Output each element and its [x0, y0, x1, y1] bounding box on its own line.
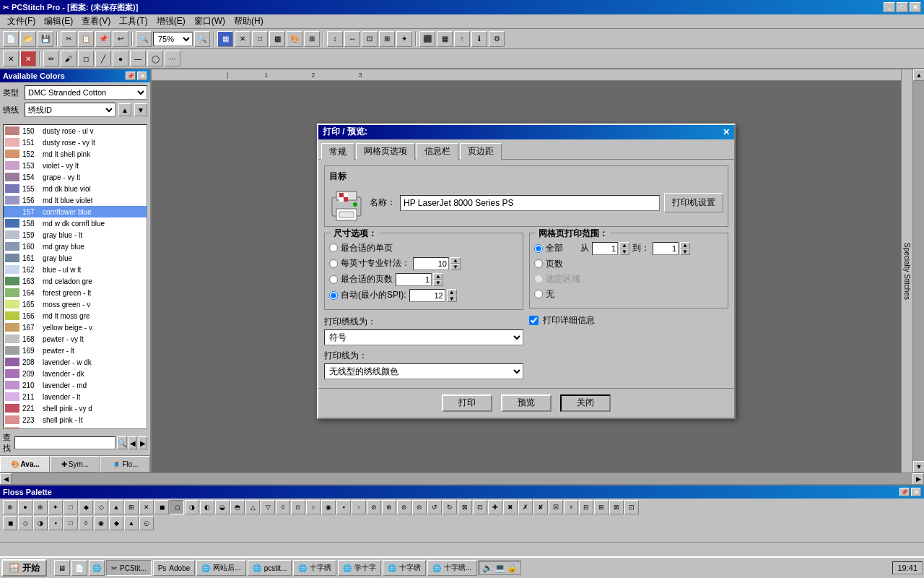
floss-symbol-button[interactable]: □	[64, 516, 78, 530]
open-button[interactable]: 📂	[20, 31, 36, 47]
floss-symbol-button[interactable]: ✗	[518, 500, 533, 514]
taskbar-app-cross2[interactable]: 🌐 十字绣	[383, 560, 426, 576]
panel-close-button[interactable]: ✕	[137, 72, 147, 80]
radio-per-inch-input[interactable]	[329, 259, 338, 268]
order-select[interactable]: 绣线ID	[25, 103, 116, 117]
taskbar-app-pcstitch[interactable]: ✂ PCStit...	[106, 560, 152, 576]
floss-symbol-button[interactable]: ✦	[48, 500, 63, 514]
undo-button[interactable]: ↩	[113, 31, 128, 47]
auto-spi-up[interactable]: ▲	[447, 289, 457, 296]
taskbar-icon-1[interactable]: 🖥	[54, 560, 70, 576]
to-value[interactable]	[653, 242, 679, 255]
to-down[interactable]: ▼	[680, 249, 690, 255]
print-button[interactable]: 打印	[442, 394, 492, 412]
floss-symbol-button[interactable]: ⊙	[291, 500, 305, 514]
fit-pages-up[interactable]: ▲	[433, 273, 443, 280]
floss-symbol-button[interactable]: ⊠	[609, 500, 624, 514]
tool-close[interactable]: ✕	[20, 51, 36, 66]
color-row[interactable]: 161 gray blue	[4, 252, 147, 264]
floss-symbol-button[interactable]: ◒	[215, 500, 230, 514]
color-row[interactable]: 221 shell pink - vy d	[4, 402, 147, 414]
floss-close-button[interactable]: ✕	[911, 488, 921, 496]
floss-symbol-button[interactable]: ◆	[109, 516, 123, 530]
floss-symbol-button[interactable]: ◑	[185, 500, 199, 514]
scroll-right-button[interactable]: ▶	[912, 473, 924, 485]
floss-symbol-button[interactable]: ◆	[79, 500, 93, 514]
menu-window[interactable]: 窗口(W)	[190, 14, 230, 29]
per-inch-value[interactable]	[413, 257, 449, 270]
copy-button[interactable]: 📋	[78, 31, 94, 47]
start-button[interactable]: 🪟 开始	[1, 559, 47, 577]
tool-brush[interactable]: 🖌	[61, 51, 77, 66]
tool15[interactable]: ⚙	[489, 31, 505, 47]
dialog-tab-margins[interactable]: 页边距	[460, 143, 502, 160]
tab-floss[interactable]: 🧵 Flo...	[100, 456, 150, 473]
color-row[interactable]: 224 shell pink - vy lt	[4, 426, 147, 429]
floss-symbol-button[interactable]: ⊡	[624, 500, 639, 514]
color-row[interactable]: 155 md dk blue viol	[4, 183, 147, 194]
fit-pages-down[interactable]: ▼	[433, 280, 443, 286]
scroll-up-button[interactable]: ▲	[913, 69, 924, 81]
floss-symbol-button[interactable]: ◓	[230, 500, 245, 514]
floss-symbol-button[interactable]: ◼	[154, 500, 169, 514]
color-row[interactable]: 211 lavender - lt	[4, 391, 147, 402]
floss-symbol-button[interactable]: ⊞	[124, 500, 139, 514]
color-row[interactable]: 157 cornflower blue	[4, 206, 147, 217]
preview-button[interactable]: 预览	[501, 394, 552, 412]
floss-symbol-button[interactable]: ⊞	[594, 500, 609, 514]
from-up[interactable]: ▲	[619, 242, 629, 249]
floss-symbol-button[interactable]: ⊠	[458, 500, 472, 514]
zoom-in-button[interactable]: 🔍	[136, 31, 152, 47]
printer-name-input[interactable]	[400, 195, 660, 211]
floss-symbol-button[interactable]: ✘	[533, 500, 548, 514]
dialog-tab-general[interactable]: 常规	[321, 143, 354, 160]
color-row[interactable]: 153 violet - vy lt	[4, 160, 147, 171]
floss-symbol-button[interactable]: ◻	[170, 500, 184, 514]
floss-symbol-button[interactable]: ◊	[276, 500, 290, 514]
tool6[interactable]: ↕	[327, 31, 343, 47]
radio-selection-input[interactable]	[534, 275, 543, 283]
radio-fit-single-input[interactable]	[329, 243, 338, 252]
tool13[interactable]: ↑	[454, 31, 470, 47]
floss-symbol-button[interactable]: ✕	[139, 500, 154, 514]
color-row[interactable]: 159 gray blue - lt	[4, 229, 147, 241]
floss-symbol-button[interactable]: ▽	[261, 500, 275, 514]
radio-auto-spi-input[interactable]	[329, 291, 338, 300]
floss-symbol-button[interactable]: ⊘	[367, 500, 381, 514]
dialog-tab-info[interactable]: 信息栏	[417, 143, 458, 160]
print-detail-checkbox[interactable]	[529, 316, 539, 325]
radio-none-input[interactable]	[534, 290, 543, 298]
sort-desc-button[interactable]: ▼	[134, 103, 147, 116]
floss-symbol-button[interactable]: ⊝	[412, 500, 427, 514]
taskbar-icon-2[interactable]: 📄	[71, 560, 87, 576]
printer-setup-button[interactable]: 打印机设置	[664, 193, 723, 212]
floss-symbol-button[interactable]: ⊡	[473, 500, 487, 514]
zoom-out-button[interactable]: 🔍	[194, 31, 210, 47]
stitch-button[interactable]: ✕	[235, 31, 250, 47]
grid-button[interactable]: ▦	[217, 31, 233, 47]
floss-symbol-button[interactable]: ⊛	[382, 500, 396, 514]
color-list[interactable]: 150 dusty rose - ul v 151 dusty rose - v…	[3, 124, 147, 429]
per-inch-down[interactable]: ▼	[450, 264, 461, 270]
menu-enhance[interactable]: 增强(E)	[152, 14, 190, 29]
floss-symbol-button[interactable]: ☓	[564, 500, 578, 514]
search-button[interactable]: 🔍	[117, 436, 127, 449]
tool9[interactable]: ⊞	[379, 31, 395, 47]
floss-symbol-button[interactable]: ◐	[200, 500, 214, 514]
taskbar-app-learn[interactable]: 🌐 学十字	[338, 560, 381, 576]
h-scroll-track[interactable]	[12, 473, 912, 484]
floss-symbol-button[interactable]: ◑	[33, 516, 48, 530]
tab-symbols[interactable]: ✚ Sym...	[50, 456, 100, 473]
zoom-select[interactable]: 75% 100% 50%	[153, 32, 193, 46]
scroll-left-button[interactable]: ◀	[0, 473, 12, 485]
taskbar-app-website[interactable]: 🌐 网站后...	[196, 560, 245, 576]
color-row[interactable]: 162 blue - ul w lt	[4, 264, 147, 275]
close-button[interactable]: ✕	[910, 2, 921, 12]
tool-eraser[interactable]: ◻	[78, 51, 94, 66]
floss-symbol-button[interactable]: ◊	[79, 516, 93, 530]
taskbar-app-cross3[interactable]: 🌐 十字绣...	[427, 560, 476, 576]
taskbar-app-cross1[interactable]: 🌐 十字绣	[293, 560, 336, 576]
color-row[interactable]: 210 lavender - md	[4, 379, 147, 391]
sort-asc-button[interactable]: ▲	[118, 103, 131, 116]
floss-symbol-button[interactable]: ◉	[94, 516, 108, 530]
